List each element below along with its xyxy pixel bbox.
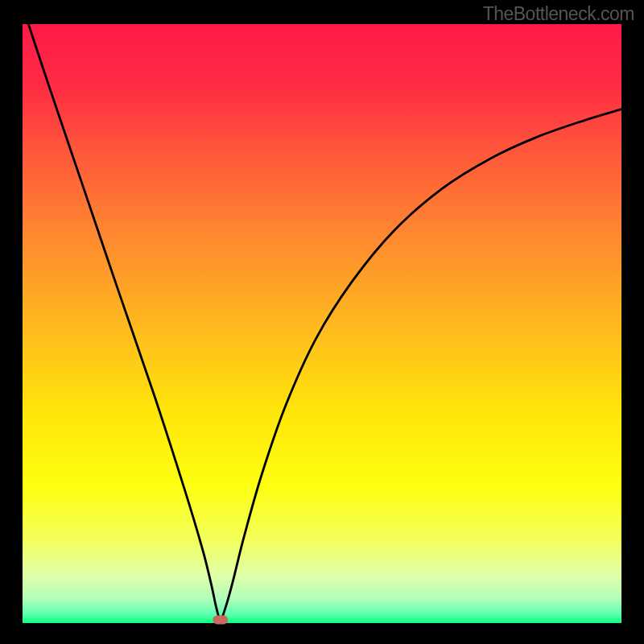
chart-curve xyxy=(23,24,621,623)
optimum-marker xyxy=(213,615,228,624)
attribution-text: TheBottleneck.com xyxy=(483,3,634,25)
plot-area xyxy=(23,24,621,623)
